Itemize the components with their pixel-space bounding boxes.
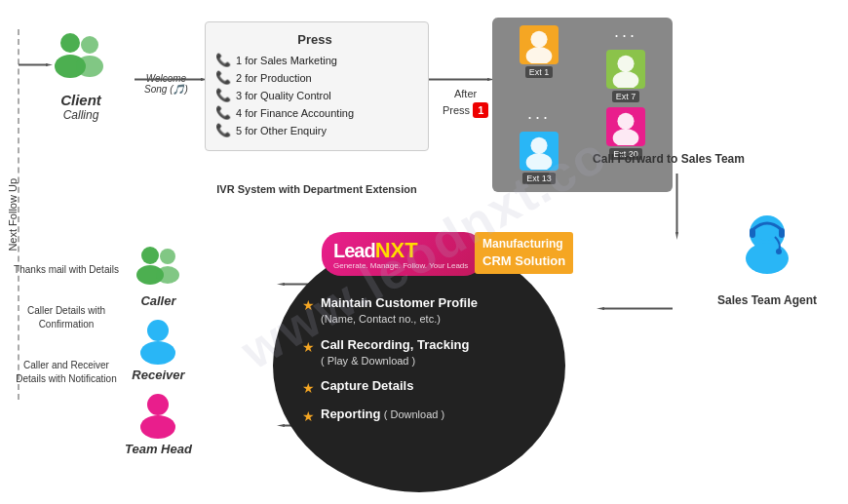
welcome-label: Welcome Song (🎵) (144, 73, 188, 95)
ext-avatar-20 (606, 107, 645, 146)
agent-section: Sales Team Agent (717, 210, 817, 307)
ivr-item-5: 📞 5 for Other Enquiry (215, 123, 414, 137)
ivr-bottom-label: IVR System with Department Extension (205, 183, 429, 195)
svg-point-35 (140, 415, 175, 439)
agent-icon (728, 210, 806, 288)
nxt-text: NXT (375, 238, 418, 262)
ext-item-1: Ext 1 (498, 25, 580, 102)
teamhead-icon (133, 392, 183, 439)
agent-label: Sales Team Agent (717, 293, 817, 307)
ext-label-7: Ext 7 (612, 91, 640, 102)
svg-marker-27 (597, 307, 604, 310)
svg-point-28 (141, 247, 159, 264)
logo-tagline: Generate. Manage. Follow. Your Leads (333, 261, 468, 270)
svg-point-22 (746, 243, 789, 274)
arrow-to-client (19, 63, 53, 66)
ext-avatar-1 (520, 25, 559, 64)
ivr-item-3: 📞 3 for Quality Control (215, 88, 414, 102)
arrow-ivr-to-ext (429, 78, 495, 81)
svg-point-15 (526, 153, 553, 170)
phone-icon-2: 📞 (215, 70, 231, 85)
ext-item-7: Ext 7 (606, 50, 645, 102)
arrow-ext-to-agent (675, 174, 678, 240)
svg-point-13 (613, 71, 639, 88)
phone-icon-3: 📞 (215, 88, 231, 102)
people-column: Caller Receiver Team Head (125, 244, 192, 456)
svg-marker-19 (675, 232, 678, 240)
manufacturing-label: Manufacturing CRM Solution (475, 232, 573, 274)
bottom-labels: Thanks mail with Details Caller Details … (8, 263, 125, 413)
call-forward-label: Call Forward to Sales Team (581, 152, 756, 166)
svg-point-17 (613, 129, 639, 145)
client-section: Client Calling (27, 29, 135, 122)
main-diagram: www.leodnxt.co Next Follow Up Client Cal… (0, 0, 848, 504)
person-teamhead: Team Head (125, 392, 192, 456)
svg-marker-5 (46, 63, 53, 66)
ivr-item-4: 📞 4 for Finance Accounting (215, 105, 414, 120)
crm-circle: ★ Maintain Customer Profile (Name, Conta… (273, 239, 565, 492)
crm-items: ★ Maintain Customer Profile (Name, Conta… (302, 295, 536, 435)
ext-avatar-7 (606, 50, 645, 89)
lead-text: Lead (333, 240, 375, 261)
star-icon-1: ★ (302, 296, 315, 314)
svg-point-14 (530, 137, 547, 154)
ivr-item-2: 📞 2 for Production (215, 70, 414, 85)
svg-marker-37 (277, 283, 285, 286)
teamhead-label: Team Head (125, 442, 192, 456)
ivr-box: Press 📞 1 for Sales Marketing 📞 2 for Pr… (205, 21, 429, 151)
svg-point-31 (156, 266, 179, 284)
phone-icon-1: 📞 (215, 53, 231, 67)
svg-rect-24 (779, 228, 785, 238)
crm-item-1: ★ Maintain Customer Profile (Name, Conta… (302, 295, 536, 327)
crm-item-2: ★ Call Recording, Tracking ( Play & Down… (302, 337, 536, 368)
leadnxt-logo: LeadNXT Generate. Manage. Follow. Your L… (322, 232, 483, 276)
svg-point-12 (617, 56, 634, 72)
crm-item-3: ★ Capture Details (302, 378, 536, 397)
ext-item-13: Ext 13 (520, 132, 559, 184)
receiver-label: Receiver (132, 368, 184, 382)
svg-point-2 (81, 36, 98, 54)
svg-marker-41 (277, 424, 285, 427)
client-label: Client Calling (60, 92, 101, 122)
svg-point-34 (147, 394, 169, 415)
ext-label-13: Ext 13 (522, 173, 556, 184)
svg-point-25 (776, 249, 782, 254)
caller-icon (133, 244, 183, 291)
receiver-icon (133, 318, 183, 365)
svg-point-0 (60, 33, 80, 53)
star-icon-2: ★ (302, 338, 315, 356)
svg-point-16 (617, 113, 634, 130)
after-press: After Press 1 (443, 86, 488, 118)
client-icon (47, 29, 115, 88)
bottom-label-2: Caller Details with Confirmation (8, 304, 125, 331)
svg-point-30 (160, 249, 175, 264)
svg-point-11 (526, 47, 553, 63)
crm-item-4: ★ Reporting ( Download ) (302, 407, 536, 425)
arrow-agent-to-crm (595, 307, 673, 310)
ivr-item-1: 📞 1 for Sales Marketing (215, 53, 414, 67)
bottom-label-1: Thanks mail with Details (8, 263, 125, 277)
ext-label-1: Ext 1 (525, 66, 554, 78)
svg-point-3 (76, 56, 103, 77)
svg-point-33 (140, 341, 175, 365)
svg-rect-23 (750, 228, 755, 238)
caller-label: Caller (140, 293, 175, 308)
person-receiver: Receiver (125, 318, 192, 382)
extensions-grid: Ext 1 ··· Ext 7 ··· (492, 18, 673, 192)
phone-icon-4: 📞 (215, 105, 231, 120)
svg-point-32 (147, 320, 169, 341)
bottom-label-3: Caller and Receiver Details with Notific… (8, 359, 125, 386)
svg-point-10 (530, 31, 547, 48)
ext-item-20: Ext 20 (585, 107, 667, 184)
ext-avatar-13 (520, 132, 559, 171)
phone-icon-5: 📞 (215, 123, 231, 137)
person-caller: Caller (125, 244, 192, 308)
star-icon-3: ★ (302, 379, 315, 397)
arrow-client-to-ivr (135, 78, 209, 81)
star-icon-4: ★ (302, 407, 315, 425)
